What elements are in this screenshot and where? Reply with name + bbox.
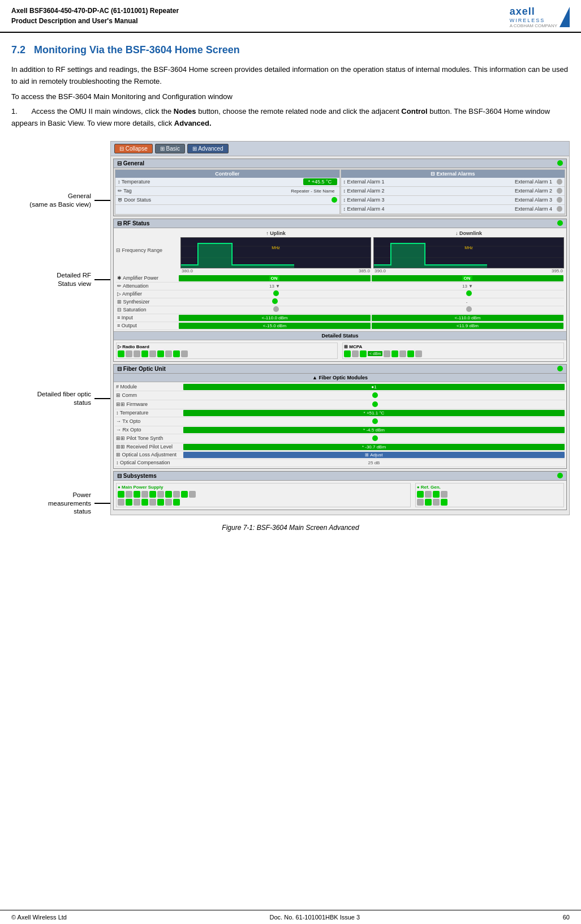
gen-row-temp: ↕ Temperature * +45.5 °C xyxy=(115,178,339,187)
rf-param-input: ≡ Input <-110.0 dBm <-110.0 dBm xyxy=(116,314,564,322)
alarm-1-label: ↕ External Alarm 1 xyxy=(343,179,513,185)
gen-door-label: ⛨ Door Status xyxy=(118,197,329,203)
rf-output-downlink: <11.9 dBm xyxy=(372,323,563,329)
fiber-module-val: ●1 xyxy=(183,384,565,390)
logo-area: axell WIRELESS A COBHAM COMPANY xyxy=(510,6,570,28)
alarm-4-dot xyxy=(557,206,562,212)
gen-temp-value: * +45.5 °C xyxy=(303,178,337,185)
fiber-firmware-dot xyxy=(372,401,378,407)
mps-icon-18 xyxy=(173,499,180,506)
uplink-freq-high: 385.0 xyxy=(359,268,370,273)
collapse-button[interactable]: ⊟ Collapse xyxy=(114,144,153,153)
mcpa-icon-4 xyxy=(384,350,390,357)
rf-output-uplink: <-15.0 dBm xyxy=(179,323,371,329)
subsystems-status-dot xyxy=(557,473,563,478)
fiber-comm-label: ⊞ Comm xyxy=(115,392,183,398)
alarm-4-value: External Alarm 4 xyxy=(513,206,554,212)
rf-sat-downlink-dot xyxy=(466,306,472,312)
downlink-freq-labels: 390.0 395.0 xyxy=(373,268,564,273)
general-status-dot xyxy=(557,160,563,166)
figure-area: General(same as Basic view) Detailed RFS… xyxy=(11,141,570,516)
rf-amp-power-label: ✱ Amplifier Power xyxy=(116,275,178,281)
fiber-pilot-level-row: ⊞⊞ Received Pilot Level * -30.7 dBm xyxy=(115,443,565,451)
mcpa-icon-6 xyxy=(399,350,406,357)
label-rf-text: Detailed RFStatus view xyxy=(57,271,94,288)
external-alarms-title: ⊟ External Alarms xyxy=(341,170,565,178)
rb-icon-7 xyxy=(165,350,172,357)
uplink-chart: MHz xyxy=(180,237,371,268)
gen-temp-label: ↕ Temperature xyxy=(118,179,303,185)
mps-icon-10 xyxy=(189,491,196,498)
fiber-tx-dot xyxy=(372,418,378,424)
rf-synth-uplink-dot xyxy=(272,298,278,304)
screen-toolbar: ⊟ Collapse ⊞ Basic ⊞ Advanced xyxy=(111,142,569,156)
rf-sat-label: ⊟ Saturation xyxy=(116,307,178,313)
mps-icon-2 xyxy=(126,491,132,498)
mcpa-icon-2 xyxy=(352,350,359,357)
rg-icon-5 xyxy=(417,499,424,506)
rg-icon-2 xyxy=(425,491,432,498)
section-title: Monitoring Via the BSF-3604 Home Screen xyxy=(34,44,240,55)
mcpa-icons: < dBm xyxy=(344,350,562,357)
label-general-line xyxy=(94,200,110,201)
gen-door-dot xyxy=(332,197,337,203)
fiber-rx-row: → Rx Opto * -4.5 dBm xyxy=(115,426,565,434)
label-power-line xyxy=(94,503,110,504)
mps-icon-13 xyxy=(134,499,140,506)
logo-triangle-icon xyxy=(560,7,570,27)
screen-body: ⊟ General Controller ↕ Temperature * +45… xyxy=(111,156,569,515)
general-title: ⊟ General xyxy=(117,160,144,166)
figure-caption: Figure 7-1: BSF-3604 Main Screen Advance… xyxy=(11,524,570,532)
gen-row-door: ⛨ Door Status xyxy=(115,196,339,205)
section-number: 7.2 xyxy=(11,44,25,55)
fiber-pilot-synth-label: ⊞⊞ Pilot Tone Synth xyxy=(115,435,183,441)
rb-icon-4 xyxy=(141,350,148,357)
rf-amp-downlink-dot xyxy=(466,290,472,296)
ref-gen-icons xyxy=(417,491,562,498)
figure-labels: General(same as Basic view) Detailed RFS… xyxy=(11,141,110,516)
rf-atten-uplink: 13 ▼ xyxy=(179,283,371,289)
main-power-label: ● Main Power Supply xyxy=(118,485,409,490)
rf-atten-label: ✏ Attenuation xyxy=(116,283,178,289)
basic-button[interactable]: ⊞ Basic xyxy=(155,144,185,153)
fiber-tx-row: → Tx Opto xyxy=(115,417,565,426)
radio-mcpa-row: ▷ Radio Board xyxy=(114,340,566,361)
rf-status-title: ⊟ RF Status xyxy=(117,220,149,226)
uplink-freq-labels: 380.0 385.0 xyxy=(180,268,371,273)
footer-left: © Axell Wireless Ltd xyxy=(11,914,67,921)
uplink-chart-container: ↑ Uplink MHz xyxy=(180,230,371,273)
rb-icon-6 xyxy=(157,350,164,357)
downlink-label: ↓ Downlink xyxy=(373,230,564,236)
advanced-button[interactable]: ⊞ Advanced xyxy=(187,144,229,153)
ref-gen-panel: ● Ref. Gen. xyxy=(415,483,564,507)
subsystems-title-bar: ⊟ Subsystems xyxy=(114,472,566,481)
mps-icon-11 xyxy=(118,499,124,506)
subsystems-title: ⊟ Subsystems xyxy=(117,473,157,479)
rg-icon-3 xyxy=(433,491,440,498)
alarm-3-dot xyxy=(557,197,562,203)
main-power-icons-2 xyxy=(118,499,409,506)
gen-tag-label: ✏ Tag xyxy=(118,188,289,194)
mps-icon-15 xyxy=(149,499,156,506)
mps-icon-6 xyxy=(157,491,164,498)
alarm-row-4: ↕ External Alarm 4 External Alarm 4 xyxy=(341,205,565,214)
alarm-2-value: External Alarm 2 xyxy=(513,187,554,194)
mcpa-icon-7 xyxy=(407,350,414,357)
mcpa-icon-8 xyxy=(415,350,422,357)
rf-status-section: ⊟ RF Status ⊟ Frequency Range ↑ Uplink xyxy=(113,219,567,362)
mcpa-label: ⊞ MCPA xyxy=(344,344,562,349)
alarm-2-dot xyxy=(557,188,562,194)
radio-board-label: ▷ Radio Board xyxy=(118,344,336,349)
label-power: Powermeasurementsstatus xyxy=(11,491,110,516)
label-fiber-text: Detailed fiber opticstatus xyxy=(37,390,94,407)
subsystems-row: ● Main Power Supply xyxy=(114,481,566,510)
mps-icon-16 xyxy=(157,499,164,506)
rf-synth-label: ⊞ Synthesizer xyxy=(116,299,178,305)
general-section: ⊟ General Controller ↕ Temperature * +45… xyxy=(113,159,567,216)
fiber-temp-label: ↕ Temperature xyxy=(115,410,183,416)
label-general-text: General(same as Basic view) xyxy=(29,192,94,209)
alarm-1-dot xyxy=(557,179,562,185)
main-content: 7.2 Monitoring Via the BSF-3604 Home Scr… xyxy=(0,33,581,549)
rf-param-amplifier: ▷ Amplifier xyxy=(116,290,564,298)
rf-output-label: ≡ Output xyxy=(116,323,178,328)
